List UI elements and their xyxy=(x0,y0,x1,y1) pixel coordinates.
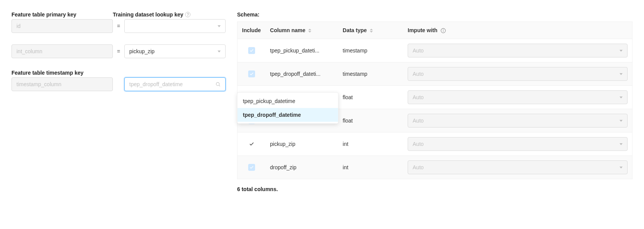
header-include: Include xyxy=(237,22,266,39)
svg-line-1 xyxy=(219,85,220,87)
info-icon[interactable] xyxy=(441,28,446,33)
column-name-cell: dropoff_zip xyxy=(265,156,338,179)
column-name-cell: tpep_pickup_dateti... xyxy=(265,39,338,62)
column-name-cell: tpep_dropoff_dateti... xyxy=(265,62,338,86)
primary-key-label: Feature table primary key xyxy=(11,11,113,18)
header-data-type[interactable]: Data type xyxy=(338,22,403,39)
sort-icon[interactable] xyxy=(370,29,373,33)
data-type-cell: float xyxy=(338,109,403,132)
svg-point-4 xyxy=(443,29,443,30)
chevron-down-icon xyxy=(218,25,221,27)
impute-select[interactable]: Auto xyxy=(408,160,628,174)
schema-footer: 6 total columns. xyxy=(237,186,633,192)
include-checkbox[interactable] xyxy=(248,164,255,171)
chevron-down-icon xyxy=(620,143,623,145)
lookup-key-label: Training dataset lookup key ? xyxy=(113,11,226,18)
table-row: tpep_pickup_dateti...timestampAuto xyxy=(237,39,633,62)
timestamp-key-label: Feature table timestamp key xyxy=(11,70,113,76)
chevron-down-icon xyxy=(218,51,221,52)
impute-select[interactable]: Auto xyxy=(408,137,628,151)
include-checkbox[interactable] xyxy=(248,47,255,54)
search-icon xyxy=(215,82,221,87)
primary-key-input-1: id xyxy=(11,19,113,33)
header-column-name[interactable]: Column name xyxy=(265,22,338,39)
lookup-key-select-1[interactable] xyxy=(124,19,226,33)
svg-point-0 xyxy=(216,82,219,85)
impute-select[interactable]: Auto xyxy=(408,44,628,57)
dropdown-option[interactable]: tpep_pickup_datetime xyxy=(237,94,338,108)
header-impute: Impute with xyxy=(403,22,632,39)
chevron-down-icon xyxy=(620,120,623,122)
chevron-down-icon xyxy=(620,97,623,98)
table-row: pickup_zipintAuto xyxy=(237,132,633,156)
chevron-down-icon xyxy=(620,50,623,52)
chevron-down-icon xyxy=(620,167,623,168)
table-row: tpep_dropoff_dateti...timestampAuto xyxy=(237,62,633,86)
help-icon[interactable]: ? xyxy=(185,12,190,17)
lookup-key-select-2[interactable]: pickup_zip xyxy=(124,44,226,58)
timestamp-key-input: timestamp_column xyxy=(11,77,113,91)
dropdown-option[interactable]: tpep_dropoff_datetime xyxy=(237,108,338,122)
data-type-cell: timestamp xyxy=(338,62,403,86)
data-type-cell: int xyxy=(338,132,403,156)
data-type-cell: timestamp xyxy=(338,39,403,62)
chevron-down-icon xyxy=(620,73,623,75)
impute-select[interactable]: Auto xyxy=(408,67,628,81)
sort-icon[interactable] xyxy=(308,29,311,33)
impute-select[interactable]: Auto xyxy=(408,90,628,104)
include-check-icon[interactable] xyxy=(248,141,255,147)
include-checkbox[interactable] xyxy=(248,70,255,77)
column-name-cell: pickup_zip xyxy=(265,132,338,156)
timestamp-lookup-select[interactable]: tpep_dropoff_datetime xyxy=(124,77,226,91)
equals-sign: = xyxy=(113,48,124,54)
timestamp-dropdown: tpep_pickup_datetime tpep_dropoff_dateti… xyxy=(237,92,338,124)
impute-select[interactable]: Auto xyxy=(408,114,628,128)
data-type-cell: int xyxy=(338,156,403,179)
primary-key-input-2: int_column xyxy=(11,44,113,58)
table-row: dropoff_zipintAuto xyxy=(237,156,633,179)
data-type-cell: float xyxy=(338,86,403,109)
equals-sign: = xyxy=(113,23,124,29)
schema-title: Schema: xyxy=(237,11,633,18)
